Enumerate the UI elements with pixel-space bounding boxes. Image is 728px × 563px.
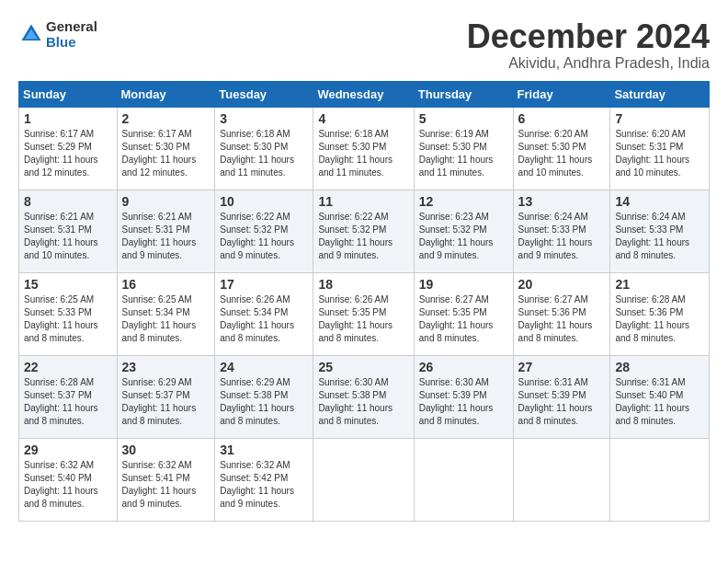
- day-info: Sunrise: 6:18 AMSunset: 5:30 PMDaylight:…: [220, 128, 308, 179]
- day-number: 5: [419, 111, 508, 126]
- day-info: Sunrise: 6:32 AMSunset: 5:42 PMDaylight:…: [220, 459, 308, 511]
- table-cell: [313, 438, 414, 521]
- title-section: December 2024 Akividu, Andhra Pradesh, I…: [467, 18, 710, 72]
- table-cell: 27Sunrise: 6:31 AMSunset: 5:39 PMDayligh…: [513, 355, 610, 438]
- day-info: Sunrise: 6:26 AMSunset: 5:35 PMDaylight:…: [318, 293, 408, 345]
- table-cell: 23Sunrise: 6:29 AMSunset: 5:37 PMDayligh…: [117, 355, 215, 438]
- table-cell: 11Sunrise: 6:22 AMSunset: 5:32 PMDayligh…: [313, 190, 414, 272]
- day-number: 23: [122, 360, 210, 374]
- col-saturday: Saturday: [610, 81, 710, 107]
- table-cell: 30Sunrise: 6:32 AMSunset: 5:41 PMDayligh…: [117, 438, 215, 521]
- day-number: 29: [24, 442, 112, 457]
- day-info: Sunrise: 6:17 AMSunset: 5:30 PMDaylight:…: [122, 128, 210, 179]
- day-number: 10: [220, 194, 308, 209]
- table-cell: 21Sunrise: 6:28 AMSunset: 5:36 PMDayligh…: [610, 272, 710, 355]
- day-number: 6: [518, 111, 606, 126]
- day-number: 15: [24, 277, 112, 292]
- day-number: 27: [518, 360, 606, 374]
- table-cell: [610, 438, 710, 521]
- day-info: Sunrise: 6:22 AMSunset: 5:32 PMDaylight:…: [318, 211, 408, 262]
- day-info: Sunrise: 6:25 AMSunset: 5:33 PMDaylight:…: [24, 293, 112, 345]
- day-number: 30: [122, 442, 210, 457]
- calendar-table: Sunday Monday Tuesday Wednesday Thursday…: [18, 81, 710, 522]
- day-info: Sunrise: 6:30 AMSunset: 5:39 PMDaylight:…: [419, 376, 508, 428]
- table-cell: 28Sunrise: 6:31 AMSunset: 5:40 PMDayligh…: [610, 355, 710, 438]
- day-number: 20: [518, 277, 606, 292]
- logo-text: General Blue: [46, 18, 97, 50]
- day-info: Sunrise: 6:27 AMSunset: 5:35 PMDaylight:…: [419, 293, 508, 345]
- day-number: 16: [122, 277, 210, 292]
- day-info: Sunrise: 6:32 AMSunset: 5:40 PMDaylight:…: [24, 459, 112, 511]
- day-info: Sunrise: 6:31 AMSunset: 5:40 PMDaylight:…: [615, 376, 704, 428]
- calendar-header-row: Sunday Monday Tuesday Wednesday Thursday…: [19, 81, 710, 107]
- table-cell: 29Sunrise: 6:32 AMSunset: 5:40 PMDayligh…: [19, 438, 118, 521]
- table-cell: 22Sunrise: 6:28 AMSunset: 5:37 PMDayligh…: [19, 355, 118, 438]
- table-cell: 6Sunrise: 6:20 AMSunset: 5:30 PMDaylight…: [513, 107, 610, 190]
- calendar-row-1: 1Sunrise: 6:17 AMSunset: 5:29 PMDaylight…: [19, 107, 710, 190]
- table-cell: [513, 438, 610, 521]
- table-cell: 5Sunrise: 6:19 AMSunset: 5:30 PMDaylight…: [414, 107, 513, 190]
- table-cell: 7Sunrise: 6:20 AMSunset: 5:31 PMDaylight…: [610, 107, 710, 190]
- location: Akividu, Andhra Pradesh, India: [467, 55, 710, 72]
- table-cell: 2Sunrise: 6:17 AMSunset: 5:30 PMDaylight…: [117, 107, 215, 190]
- table-cell: 18Sunrise: 6:26 AMSunset: 5:35 PMDayligh…: [313, 272, 414, 355]
- day-number: 2: [122, 111, 210, 126]
- day-number: 19: [419, 277, 508, 292]
- table-cell: 20Sunrise: 6:27 AMSunset: 5:36 PMDayligh…: [513, 272, 610, 355]
- col-tuesday: Tuesday: [215, 81, 313, 107]
- table-cell: 24Sunrise: 6:29 AMSunset: 5:38 PMDayligh…: [215, 355, 313, 438]
- table-cell: 14Sunrise: 6:24 AMSunset: 5:33 PMDayligh…: [610, 190, 710, 272]
- day-info: Sunrise: 6:31 AMSunset: 5:39 PMDaylight:…: [518, 376, 606, 428]
- day-number: 31: [220, 442, 308, 457]
- col-thursday: Thursday: [414, 81, 513, 107]
- day-info: Sunrise: 6:28 AMSunset: 5:37 PMDaylight:…: [24, 376, 112, 428]
- day-number: 24: [220, 360, 308, 374]
- day-number: 3: [220, 111, 308, 126]
- day-info: Sunrise: 6:21 AMSunset: 5:31 PMDaylight:…: [24, 211, 112, 262]
- table-cell: 9Sunrise: 6:21 AMSunset: 5:31 PMDaylight…: [117, 190, 215, 272]
- col-monday: Monday: [117, 81, 215, 107]
- day-number: 13: [518, 194, 606, 209]
- day-number: 8: [24, 194, 112, 209]
- table-cell: 31Sunrise: 6:32 AMSunset: 5:42 PMDayligh…: [215, 438, 313, 521]
- day-number: 28: [615, 360, 704, 374]
- table-cell: 19Sunrise: 6:27 AMSunset: 5:35 PMDayligh…: [414, 272, 513, 355]
- table-cell: 3Sunrise: 6:18 AMSunset: 5:30 PMDaylight…: [215, 107, 313, 190]
- table-cell: 8Sunrise: 6:21 AMSunset: 5:31 PMDaylight…: [19, 190, 118, 272]
- day-info: Sunrise: 6:29 AMSunset: 5:38 PMDaylight:…: [220, 376, 308, 428]
- table-cell: 16Sunrise: 6:25 AMSunset: 5:34 PMDayligh…: [117, 272, 215, 355]
- table-cell: 1Sunrise: 6:17 AMSunset: 5:29 PMDaylight…: [19, 107, 118, 190]
- month-title: December 2024: [467, 18, 710, 55]
- day-number: 4: [318, 111, 408, 126]
- logo-icon: [18, 21, 44, 47]
- day-number: 9: [122, 194, 210, 209]
- day-info: Sunrise: 6:27 AMSunset: 5:36 PMDaylight:…: [518, 293, 606, 345]
- day-info: Sunrise: 6:25 AMSunset: 5:34 PMDaylight:…: [122, 293, 210, 345]
- table-cell: 25Sunrise: 6:30 AMSunset: 5:38 PMDayligh…: [313, 355, 414, 438]
- table-cell: [414, 438, 513, 521]
- day-info: Sunrise: 6:24 AMSunset: 5:33 PMDaylight:…: [615, 211, 704, 262]
- col-friday: Friday: [513, 81, 610, 107]
- table-cell: 12Sunrise: 6:23 AMSunset: 5:32 PMDayligh…: [414, 190, 513, 272]
- calendar-row-2: 8Sunrise: 6:21 AMSunset: 5:31 PMDaylight…: [19, 190, 710, 272]
- day-info: Sunrise: 6:20 AMSunset: 5:30 PMDaylight:…: [518, 128, 606, 179]
- table-cell: 10Sunrise: 6:22 AMSunset: 5:32 PMDayligh…: [215, 190, 313, 272]
- day-number: 14: [615, 194, 704, 209]
- calendar-row-5: 29Sunrise: 6:32 AMSunset: 5:40 PMDayligh…: [19, 438, 710, 521]
- day-number: 26: [419, 360, 508, 374]
- day-info: Sunrise: 6:21 AMSunset: 5:31 PMDaylight:…: [122, 211, 210, 262]
- col-wednesday: Wednesday: [313, 81, 414, 107]
- day-info: Sunrise: 6:17 AMSunset: 5:29 PMDaylight:…: [24, 128, 112, 179]
- page-header: General Blue December 2024 Akividu, Andh…: [18, 18, 710, 72]
- logo: General Blue: [18, 18, 97, 50]
- calendar-row-4: 22Sunrise: 6:28 AMSunset: 5:37 PMDayligh…: [19, 355, 710, 438]
- day-info: Sunrise: 6:18 AMSunset: 5:30 PMDaylight:…: [318, 128, 408, 179]
- day-number: 1: [24, 111, 112, 126]
- day-number: 25: [318, 360, 408, 374]
- table-cell: 13Sunrise: 6:24 AMSunset: 5:33 PMDayligh…: [513, 190, 610, 272]
- day-info: Sunrise: 6:30 AMSunset: 5:38 PMDaylight:…: [318, 376, 408, 428]
- day-number: 17: [220, 277, 308, 292]
- day-info: Sunrise: 6:19 AMSunset: 5:30 PMDaylight:…: [419, 128, 508, 179]
- table-cell: 17Sunrise: 6:26 AMSunset: 5:34 PMDayligh…: [215, 272, 313, 355]
- day-number: 11: [318, 194, 408, 209]
